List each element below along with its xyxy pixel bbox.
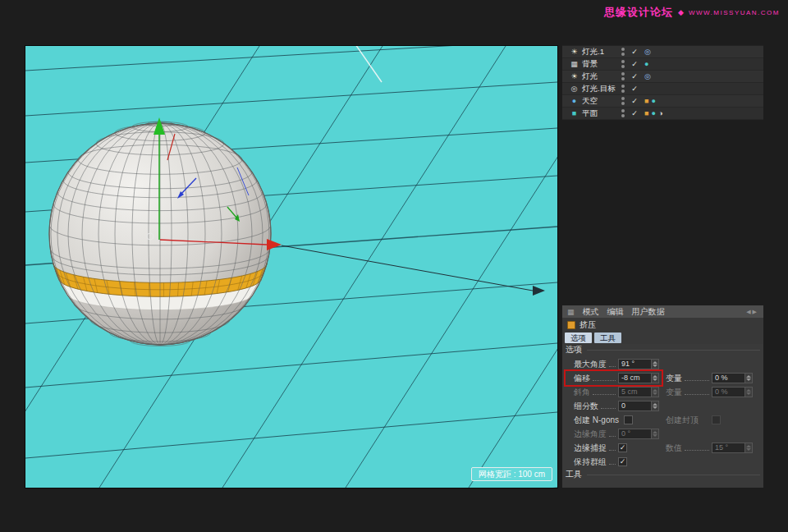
object-tags: ■●◑ [644, 109, 662, 117]
object-name[interactable]: 天空 [582, 96, 620, 107]
object-row[interactable]: ●天空✓■● [562, 95, 763, 108]
texture-tag[interactable]: ● [651, 97, 655, 105]
object-manager: ☀灯光.1✓◎▦背景✓●☀灯光✓◎◎灯光.目标✓●天空✓■●■平面✓■●◑ [562, 45, 763, 120]
object-name[interactable]: 背景 [582, 59, 620, 70]
dotted-leader [601, 408, 616, 409]
plane-icon: ■ [569, 109, 580, 117]
enabled-check-icon[interactable]: ✓ [630, 60, 639, 68]
compositing-tag[interactable]: ■ [644, 97, 648, 105]
background-icon: ▦ [569, 60, 580, 68]
object-tags: ◎ [644, 72, 651, 80]
spinner-arrows-icon[interactable] [744, 443, 752, 452]
enabled-check-icon[interactable]: ✓ [630, 48, 639, 56]
field-label: 数值 [666, 443, 682, 454]
header-nav-icons[interactable]: ◀▶ [746, 309, 758, 315]
checkbox[interactable]: ✓ [618, 457, 627, 466]
enabled-check-icon[interactable]: ✓ [630, 109, 639, 117]
enabled-check-icon[interactable]: ✓ [630, 72, 639, 80]
attribute-manager-menubar: ▦ 模式 编辑 用户数据 ◀▶ [562, 305, 763, 318]
section-divider [587, 350, 760, 351]
spinner-arrows-icon[interactable] [651, 374, 658, 383]
field-label: 边缘角度 [574, 429, 607, 440]
field-label: 边缘捕捉 [574, 443, 607, 454]
field-value: 0 [619, 401, 651, 410]
field-value: 0 ° [619, 429, 651, 438]
object-row[interactable]: ▦背景✓● [562, 58, 763, 71]
object-name[interactable]: 灯光.1 [582, 47, 620, 57]
spinner-arrows-icon[interactable] [744, 374, 752, 383]
checkbox[interactable] [624, 415, 633, 424]
options-section-label: 选项 [566, 344, 582, 355]
object-row[interactable]: ☀灯光✓◎ [562, 71, 763, 83]
menu-edit[interactable]: 编辑 [607, 306, 624, 318]
visibility-dots[interactable] [620, 60, 626, 68]
menu-mode[interactable]: 模式 [583, 306, 599, 318]
value-field: 0 % [712, 387, 753, 397]
dotted-leader [609, 450, 616, 451]
dotted-leader [593, 394, 616, 395]
target-tag[interactable]: ◎ [644, 48, 651, 56]
phong-tag[interactable]: ◑ [658, 109, 662, 117]
object-name[interactable]: 灯光.目标 [582, 84, 620, 94]
light-icon: ☀ [569, 48, 580, 56]
visibility-dots[interactable] [620, 85, 626, 93]
field-value: 15 ° [712, 443, 744, 452]
attribute-manager: ▦ 模式 编辑 用户数据 ◀▶ 挤压 选项 工具 选项 最大角度91 °偏移-8… [562, 305, 763, 488]
visibility-dots[interactable] [620, 72, 626, 80]
object-row[interactable]: ■平面✓■●◑ [562, 108, 763, 120]
viewport-canvas[interactable] [25, 46, 557, 488]
texture-tag[interactable]: ● [644, 60, 648, 68]
object-row[interactable]: ☀灯光.1✓◎ [562, 46, 763, 58]
options-fields: 最大角度91 °偏移-8 cm变量0 %斜角5 cm变量0 %细分数0创建 N-… [562, 355, 763, 469]
spinner-arrows-icon[interactable] [651, 388, 658, 397]
checkbox[interactable] [712, 415, 721, 424]
field-label: 变量 [666, 373, 682, 384]
compositing-tag[interactable]: ■ [644, 109, 648, 117]
value-field[interactable]: 91 ° [618, 359, 659, 369]
tools-section-header[interactable]: 工具 [562, 469, 763, 480]
menu-userdata[interactable]: 用户数据 [632, 306, 665, 318]
field-label: 创建封顶 [666, 415, 699, 426]
attribute-row: 细分数0 [574, 399, 757, 413]
field-label: 创建 N-gons [574, 415, 619, 426]
dotted-leader [685, 450, 709, 451]
options-section-header[interactable]: 选项 [562, 344, 763, 355]
enabled-check-icon[interactable]: ✓ [630, 85, 639, 93]
field-label: 变量 [666, 387, 682, 398]
object-row[interactable]: ◎灯光.目标✓ [562, 83, 763, 95]
dotted-leader [609, 464, 616, 465]
dotted-leader [685, 380, 709, 381]
object-tags: ◎ [644, 48, 651, 56]
spinner-arrows-icon[interactable] [744, 388, 752, 397]
value-field[interactable]: 0 [618, 401, 659, 411]
attribute-row: 边缘角度0 ° [574, 427, 757, 441]
visibility-dots[interactable] [620, 48, 626, 56]
value-field[interactable]: 0 % [712, 373, 753, 383]
dotted-leader [685, 394, 709, 395]
tab-tools[interactable]: 工具 [594, 332, 621, 343]
checkbox[interactable]: ✓ [618, 443, 627, 452]
enabled-check-icon[interactable]: ✓ [630, 97, 639, 105]
value-field: 5 cm [618, 387, 659, 397]
target-tag[interactable]: ◎ [644, 72, 651, 80]
object-name[interactable]: 平面 [582, 108, 620, 119]
sky-icon: ● [569, 97, 580, 105]
viewport-3d[interactable]: 网格宽距 : 100 cm [25, 45, 558, 488]
tools-section-label: 工具 [566, 469, 582, 480]
spinner-arrows-icon[interactable] [651, 401, 658, 410]
visibility-dots[interactable] [620, 109, 626, 117]
field-label: 斜角 [574, 387, 590, 398]
value-field[interactable]: -8 cm [618, 373, 659, 383]
selected-object-row[interactable]: 挤压 [562, 318, 763, 332]
object-name[interactable]: 灯光 [582, 71, 620, 82]
attribute-row: 偏移-8 cm变量0 % [574, 371, 757, 385]
dotted-leader [701, 422, 709, 423]
tab-options[interactable]: 选项 [565, 332, 592, 343]
visibility-dots[interactable] [620, 97, 626, 105]
spinner-arrows-icon[interactable] [651, 360, 658, 369]
attribute-row: 斜角5 cm变量0 % [574, 385, 757, 399]
dotted-leader [593, 380, 616, 381]
grid-spacing-badge: 网格宽距 : 100 cm [471, 467, 552, 481]
spinner-arrows-icon[interactable] [651, 429, 658, 438]
texture-tag[interactable]: ● [651, 109, 655, 117]
